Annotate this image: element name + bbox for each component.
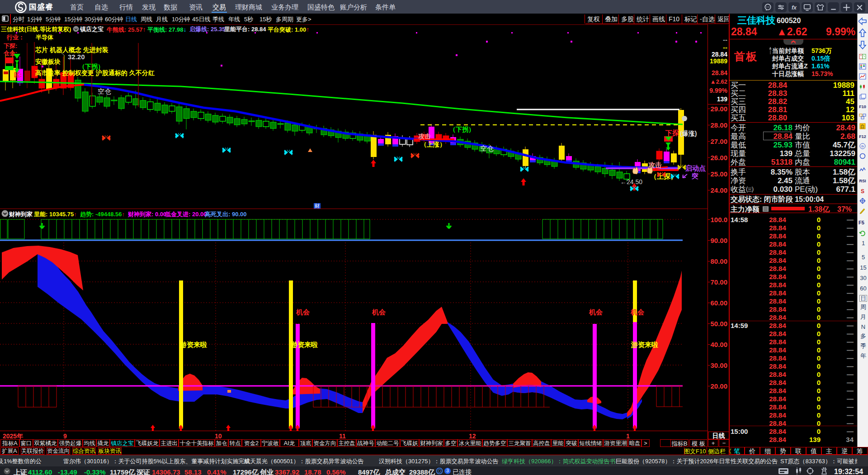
svg-text:fx: fx xyxy=(861,144,864,148)
svg-text:下探: 下探 xyxy=(665,129,679,137)
svg-text:安徽板块: 安徽板块 xyxy=(35,58,61,66)
svg-text:启动点: 启动点 xyxy=(685,164,706,172)
svg-text:RSI: RSI xyxy=(859,179,866,183)
svg-text:(爆涨): (爆涨) xyxy=(680,130,697,137)
svg-text:空仓: 空仓 xyxy=(480,144,494,152)
svg-text:机会: 机会 xyxy=(372,308,386,316)
svg-text:游资来啦: 游资来啦 xyxy=(631,341,658,348)
svg-text:芯片 机器人概念 先进封装: 芯片 机器人概念 先进封装 xyxy=(35,46,108,53)
svg-text:攻击: 攻击 xyxy=(418,133,431,140)
svg-text:空仓: 空仓 xyxy=(98,87,111,95)
svg-text:（上涨）: （上涨） xyxy=(420,141,446,148)
svg-text:F10: F10 xyxy=(859,104,866,109)
svg-text:机会: 机会 xyxy=(630,308,645,316)
svg-text:（下拐）: （下拐） xyxy=(449,126,475,133)
svg-text:游资来啦: 游资来啦 xyxy=(179,341,207,348)
svg-text:高市盈率 控制权变更 沪股通标的 久不分红: 高市盈率 控制权变更 沪股通标的 久不分红 xyxy=(35,69,155,76)
svg-text:S: S xyxy=(861,188,864,195)
svg-text:攻击: 攻击 xyxy=(648,161,662,169)
svg-text:下探:: 下探: xyxy=(4,43,17,49)
svg-text:突: 突 xyxy=(691,172,698,180)
svg-text:区:: 区: xyxy=(14,71,22,78)
svg-text:自: 自 xyxy=(860,124,865,129)
svg-text:F12: F12 xyxy=(859,134,866,139)
svg-text:机会: 机会 xyxy=(296,308,310,316)
svg-text:←24.50: ←24.50 xyxy=(620,178,642,185)
svg-text:fx: fx xyxy=(792,5,797,11)
svg-text:游资来啦: 游资来啦 xyxy=(290,341,318,348)
svg-text:32.20: 32.20 xyxy=(68,53,85,61)
svg-text:机会: 机会 xyxy=(589,308,603,316)
